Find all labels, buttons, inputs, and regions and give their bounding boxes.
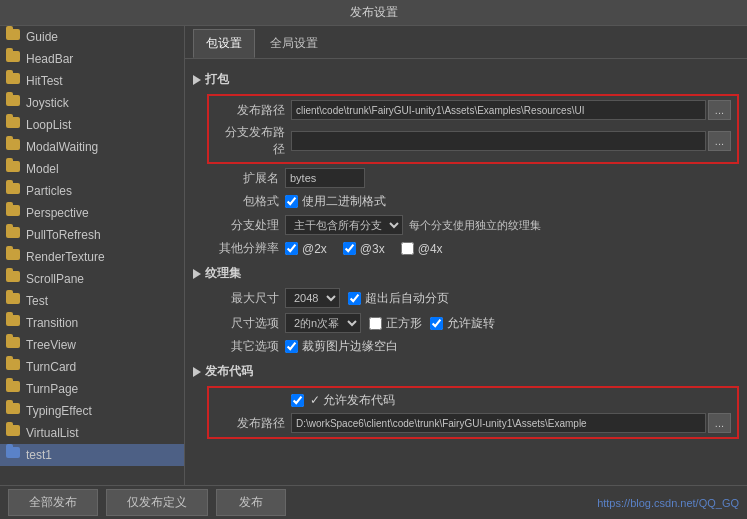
auto-page-checkbox[interactable] bbox=[348, 292, 361, 305]
sidebar: Guide HeadBar HitTest Joystick LoopList … bbox=[0, 26, 185, 485]
texture-section-title: 纹理集 bbox=[205, 265, 241, 282]
branch-handle-row: 分支处理 主干包含所有分支 每个分支使用独立的纹理集 bbox=[193, 215, 739, 235]
folder-icon bbox=[6, 227, 22, 243]
pack-format-label: 包格式 bbox=[209, 193, 279, 210]
ratio-3x-label[interactable]: @3x bbox=[343, 242, 385, 256]
publish-button[interactable]: 发布 bbox=[216, 489, 286, 516]
folder-icon bbox=[6, 117, 22, 133]
pack-format-checkbox[interactable] bbox=[285, 195, 298, 208]
folder-icon bbox=[6, 139, 22, 155]
ratio-3x-checkbox[interactable] bbox=[343, 242, 356, 255]
pack-format-check-label[interactable]: 使用二进制格式 bbox=[285, 193, 386, 210]
tab-package[interactable]: 包设置 bbox=[193, 29, 255, 58]
bottom-bar: 全部发布 仅发布定义 发布 https://blog.csdn.net/QQ_G… bbox=[0, 485, 747, 519]
other-ratio-label: 其他分辨率 bbox=[209, 240, 279, 257]
sidebar-item-turncard[interactable]: TurnCard bbox=[0, 356, 184, 378]
folder-icon bbox=[6, 293, 22, 309]
auto-page-label[interactable]: 超出后自动分页 bbox=[348, 290, 449, 307]
folder-icon bbox=[6, 29, 22, 45]
ratio-2x-label[interactable]: @2x bbox=[285, 242, 327, 256]
code-section-header: 发布代码 bbox=[193, 363, 739, 380]
rotate-label[interactable]: 允许旋转 bbox=[430, 315, 495, 332]
publish-def-button[interactable]: 仅发布定义 bbox=[106, 489, 208, 516]
tab-bar: 包设置 全局设置 bbox=[185, 26, 747, 59]
sidebar-item-pulltorefresh[interactable]: PullToRefresh bbox=[0, 224, 184, 246]
folder-icon bbox=[6, 95, 22, 111]
code-publish-path-row: 发布路径 ... bbox=[215, 413, 731, 433]
folder-icon bbox=[6, 205, 22, 221]
ratio-2x-checkbox[interactable] bbox=[285, 242, 298, 255]
sidebar-item-modalwaiting[interactable]: ModalWaiting bbox=[0, 136, 184, 158]
sidebar-item-headbar[interactable]: HeadBar bbox=[0, 48, 184, 70]
texture-triangle[interactable] bbox=[193, 269, 201, 279]
ratio-checkboxes: @2x @3x @4x bbox=[285, 242, 443, 256]
sidebar-item-typingeffect[interactable]: TypingEffect bbox=[0, 400, 184, 422]
branch-path-row: 分支发布路径 ... bbox=[215, 124, 731, 158]
folder-icon bbox=[6, 381, 22, 397]
ext-input[interactable] bbox=[285, 168, 365, 188]
settings-panel: 打包 发布路径 ... 分支发布路径 ... 扩展名 bbox=[185, 59, 747, 485]
other-ratio-row: 其他分辨率 @2x @3x @4x bbox=[193, 240, 739, 257]
sidebar-item-turnpage[interactable]: TurnPage bbox=[0, 378, 184, 400]
pack-format-row: 包格式 使用二进制格式 bbox=[193, 193, 739, 210]
code-triangle[interactable] bbox=[193, 367, 201, 377]
publish-path-browse-button[interactable]: ... bbox=[708, 100, 731, 120]
rotate-checkbox[interactable] bbox=[430, 317, 443, 330]
folder-icon bbox=[6, 183, 22, 199]
sidebar-item-model[interactable]: Model bbox=[0, 158, 184, 180]
size-option-select[interactable]: 2的n次幂 bbox=[285, 313, 361, 333]
square-label[interactable]: 正方形 bbox=[369, 315, 422, 332]
sidebar-item-virtuallist[interactable]: VirtualList bbox=[0, 422, 184, 444]
crop-checkbox[interactable] bbox=[285, 340, 298, 353]
folder-icon bbox=[6, 315, 22, 331]
code-publish-path-input[interactable] bbox=[291, 413, 706, 433]
sidebar-item-transition[interactable]: Transition bbox=[0, 312, 184, 334]
folder-icon bbox=[6, 161, 22, 177]
publish-path-label: 发布路径 bbox=[215, 102, 285, 119]
publish-path-row: 发布路径 ... bbox=[215, 100, 731, 120]
sidebar-item-joystick[interactable]: Joystick bbox=[0, 92, 184, 114]
folder-blue-icon bbox=[6, 447, 22, 463]
folder-icon bbox=[6, 403, 22, 419]
folder-icon bbox=[6, 425, 22, 441]
sidebar-item-looplist[interactable]: LoopList bbox=[0, 114, 184, 136]
branch-handle-select[interactable]: 主干包含所有分支 bbox=[285, 215, 403, 235]
tab-global[interactable]: 全局设置 bbox=[257, 29, 331, 58]
texture-section-header: 纹理集 bbox=[193, 265, 739, 282]
code-publish-path-browse-button[interactable]: ... bbox=[708, 413, 731, 433]
code-publish-path-label: 发布路径 bbox=[215, 415, 285, 432]
size-option-row: 尺寸选项 2的n次幂 正方形 允许旋转 bbox=[193, 313, 739, 333]
branch-path-input[interactable] bbox=[291, 131, 706, 151]
publish-all-button[interactable]: 全部发布 bbox=[8, 489, 98, 516]
ratio-4x-label[interactable]: @4x bbox=[401, 242, 443, 256]
sidebar-item-test1[interactable]: test1 bbox=[0, 444, 184, 466]
sidebar-item-rendertexture[interactable]: RenderTexture bbox=[0, 246, 184, 268]
sidebar-item-perspective[interactable]: Perspective bbox=[0, 202, 184, 224]
sidebar-item-hittest[interactable]: HitTest bbox=[0, 70, 184, 92]
ext-label: 扩展名 bbox=[209, 170, 279, 187]
sidebar-item-test[interactable]: Test bbox=[0, 290, 184, 312]
sidebar-item-guide[interactable]: Guide bbox=[0, 26, 184, 48]
size-option-label: 尺寸选项 bbox=[209, 315, 279, 332]
allow-code-check-label[interactable]: ✓ 允许发布代码 bbox=[291, 392, 395, 409]
other-options-row: 其它选项 裁剪图片边缘空白 bbox=[193, 338, 739, 355]
folder-icon bbox=[6, 51, 22, 67]
folder-icon bbox=[6, 249, 22, 265]
branch-path-browse-button[interactable]: ... bbox=[708, 131, 731, 151]
pack-section-title: 打包 bbox=[205, 71, 229, 88]
sidebar-item-scrollpane[interactable]: ScrollPane bbox=[0, 268, 184, 290]
branch-path-label: 分支发布路径 bbox=[215, 124, 285, 158]
sidebar-item-treeview[interactable]: TreeView bbox=[0, 334, 184, 356]
crop-label[interactable]: 裁剪图片边缘空白 bbox=[285, 338, 398, 355]
bottom-buttons: 全部发布 仅发布定义 发布 bbox=[8, 489, 286, 516]
max-size-label: 最大尺寸 bbox=[209, 290, 279, 307]
pack-triangle[interactable] bbox=[193, 75, 201, 85]
window-title: 发布设置 bbox=[350, 5, 398, 19]
sidebar-item-particles[interactable]: Particles bbox=[0, 180, 184, 202]
allow-code-checkbox[interactable] bbox=[291, 394, 304, 407]
ratio-4x-checkbox[interactable] bbox=[401, 242, 414, 255]
max-size-select[interactable]: 2048 1024 512 bbox=[285, 288, 340, 308]
pack-section-header: 打包 bbox=[193, 71, 739, 88]
publish-path-input[interactable] bbox=[291, 100, 706, 120]
square-checkbox[interactable] bbox=[369, 317, 382, 330]
